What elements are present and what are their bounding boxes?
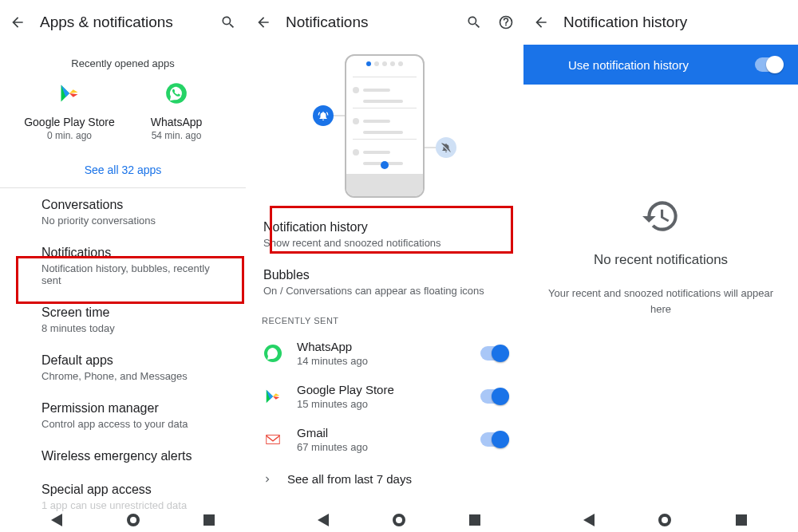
list-item-secondary: Control app access to your data [41,418,230,430]
notification-toggle[interactable] [480,389,508,404]
recent-apps: Google Play Store 0 min. ago WhatsApp 54… [0,81,246,141]
recent-app-whatsapp[interactable]: WhatsApp 54 min. ago [128,81,224,141]
list-item-primary: Wireless emergency alerts [41,449,230,463]
back-button[interactable] [531,13,551,32]
list-item-secondary: Chrome, Phone, and Messages [41,370,230,382]
recent-app-name: Google Play Store [22,116,117,128]
list-item-secondary: On / Conversations can appear as floatin… [263,285,508,297]
app-sub: 14 minutes ago [297,355,468,367]
arrow-back-icon [533,14,549,30]
recent-notification-play-store[interactable]: Google Play Store 15 minutes ago [246,375,523,418]
app-name: Google Play Store [297,383,468,396]
list-item-primary: Special app access [41,483,230,497]
notifications-screen: Notifications [246,0,523,532]
recent-app-name: WhatsApp [128,116,224,128]
notifications-illustration [313,54,456,198]
notification-history-screen: Notification history Use notification hi… [523,0,798,532]
whatsapp-icon [262,342,284,365]
nav-back-icon[interactable] [318,514,329,526]
nav-home-icon[interactable] [127,514,140,526]
recent-app-sub: 0 min. ago [22,130,117,141]
list-item-notifications[interactable]: Notifications Notification history, bubb… [0,236,246,296]
back-button[interactable] [254,13,273,32]
empty-state: No recent notifications Your recent and … [523,196,798,317]
search-button[interactable] [464,13,484,32]
help-button[interactable] [496,13,516,32]
appbar: Apps & notifications [0,0,246,45]
notification-toggle[interactable] [480,432,508,447]
appbar: Notifications [246,0,523,45]
chevron-right-icon [262,474,273,485]
app-sub: 15 minutes ago [297,398,468,410]
list-item-primary: Default apps [41,353,230,368]
recent-app-sub: 54 min. ago [128,130,224,141]
list-item-primary: Conversations [41,198,230,212]
search-icon [220,14,236,30]
list-item-notification-history[interactable]: Notification history Show recent and sno… [246,211,523,258]
play-store-icon [262,385,284,408]
see-all-recent-link[interactable]: See all from last 7 days [246,461,523,497]
list-item-secondary: 8 minutes today [41,322,230,334]
recent-app-play-store[interactable]: Google Play Store 0 min. ago [22,81,117,141]
app-name: WhatsApp [297,340,468,353]
nav-recents-icon[interactable] [736,514,747,526]
page-title: Apps & notifications [40,14,206,31]
appbar: Notification history [523,0,798,45]
recently-opened-heading: Recently opened apps [0,57,246,69]
list-item-wireless-alerts[interactable]: Wireless emergency alerts [0,439,246,473]
page-title: Notification history [563,14,790,31]
nav-home-icon[interactable] [658,514,671,526]
list-item-bubbles[interactable]: Bubbles On / Conversations can appear as… [246,258,523,306]
nav-back-icon[interactable] [583,514,595,526]
list-item-primary: Permission manager [41,401,230,416]
app-sub: 67 minutes ago [297,441,468,453]
back-button[interactable] [8,13,27,32]
empty-title: No recent notifications [539,252,782,268]
arrow-back-icon [255,14,271,30]
list-item-secondary: No priority conversations [41,215,230,227]
notification-toggle[interactable] [480,346,508,361]
history-icon [641,196,681,236]
nav-recents-icon[interactable] [469,514,480,526]
list-item-secondary: Show recent and snoozed notifications [263,237,508,249]
toggle-switch[interactable] [755,57,782,72]
see-all-apps-link[interactable]: See all 32 apps [0,164,246,176]
list-item-conversations[interactable]: Conversations No priority conversations [0,188,246,236]
apps-and-notifications-screen: Apps & notifications Recently opened app… [0,0,246,532]
list-item-secondary: Notification history, bubbles, recently … [41,262,230,286]
search-icon [466,14,482,30]
list-item-screen-time[interactable]: Screen time 8 minutes today [0,296,246,344]
list-item-permission-manager[interactable]: Permission manager Control app access to… [0,392,246,439]
recent-notification-gmail[interactable]: Gmail 67 minutes ago [246,418,523,461]
see-all-recent-label: See all from last 7 days [287,472,412,486]
nav-home-icon[interactable] [393,514,405,526]
use-notification-history-toggle-row[interactable]: Use notification history [523,45,798,85]
recently-sent-heading: RECENTLY SENT [246,306,523,332]
nav-back-icon[interactable] [51,514,62,526]
app-name: Gmail [297,426,468,439]
gmail-icon [262,428,284,451]
empty-subtitle: Your recent and snoozed notifications wi… [539,286,782,317]
bell-off-icon [436,137,456,158]
list-item-primary: Notification history [263,220,508,234]
help-icon [498,14,514,30]
whatsapp-icon [164,81,189,106]
nav-recents-icon[interactable] [203,514,215,526]
list-item-primary: Screen time [41,305,230,320]
svg-rect-3 [267,435,280,444]
list-item-default-apps[interactable]: Default apps Chrome, Phone, and Messages [0,344,246,392]
page-title: Notifications [286,14,452,31]
toggle-label: Use notification history [568,58,689,72]
arrow-back-icon [10,14,26,30]
search-button[interactable] [219,13,238,32]
bell-ring-icon [313,105,334,126]
play-store-icon [57,81,82,106]
system-nav-bar [0,508,798,532]
recent-notification-whatsapp[interactable]: WhatsApp 14 minutes ago [246,332,523,375]
list-item-primary: Bubbles [263,268,508,282]
list-item-primary: Notifications [41,246,230,260]
